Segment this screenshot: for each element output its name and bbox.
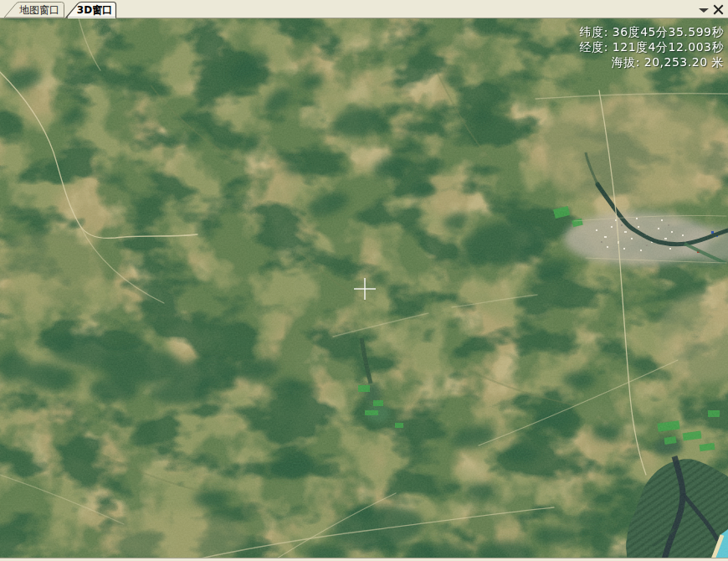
tab-bar: 地图窗口 3D窗口	[0, 0, 728, 18]
window-bottom-edge	[0, 558, 728, 561]
tab-map-window-label: 地图窗口	[19, 4, 59, 16]
application-window: 地图窗口 3D窗口	[0, 0, 728, 561]
tab-3d-window-label: 3D窗口	[77, 4, 112, 16]
satellite-terrain-image	[0, 18, 728, 558]
image-grain	[0, 18, 728, 558]
map-3d-viewport[interactable]: 纬度: 36度45分35.599秒 经度: 121度4分12.003秒 海拔: …	[0, 18, 728, 558]
